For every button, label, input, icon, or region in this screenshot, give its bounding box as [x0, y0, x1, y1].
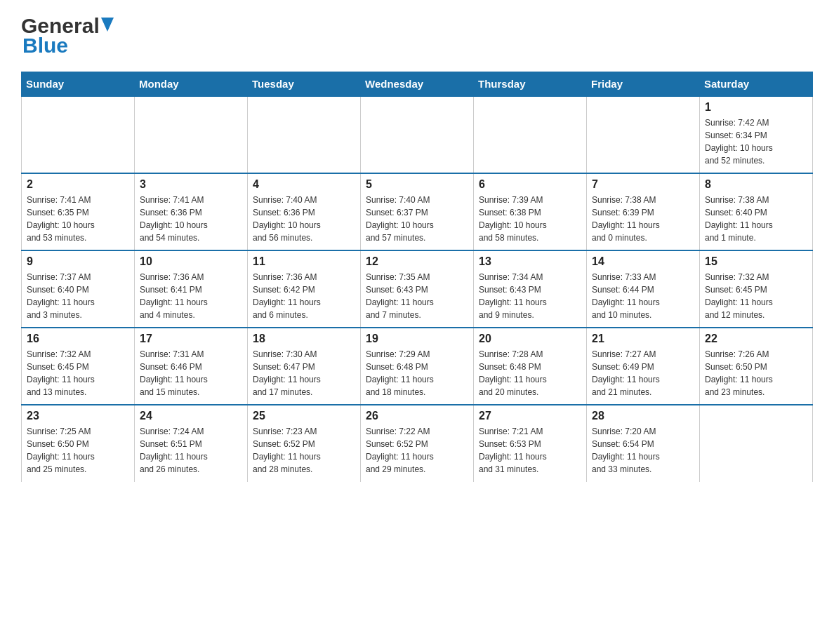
day-info: Sunrise: 7:30 AM Sunset: 6:47 PM Dayligh…	[253, 348, 355, 398]
day-number: 18	[253, 333, 355, 345]
day-info: Sunrise: 7:35 AM Sunset: 6:43 PM Dayligh…	[366, 271, 468, 321]
calendar-cell	[248, 96, 361, 173]
calendar-cell: 18Sunrise: 7:30 AM Sunset: 6:47 PM Dayli…	[248, 328, 361, 405]
day-number: 21	[592, 333, 694, 345]
day-number: 9	[27, 255, 129, 268]
calendar-cell	[700, 405, 813, 482]
calendar-cell: 20Sunrise: 7:28 AM Sunset: 6:48 PM Dayli…	[474, 328, 587, 405]
weekday-header-friday: Friday	[587, 72, 700, 97]
day-info: Sunrise: 7:41 AM Sunset: 6:35 PM Dayligh…	[27, 194, 129, 244]
calendar-cell: 22Sunrise: 7:26 AM Sunset: 6:50 PM Dayli…	[700, 328, 813, 405]
calendar-cell	[587, 96, 700, 173]
calendar-cell: 9Sunrise: 7:37 AM Sunset: 6:40 PM Daylig…	[22, 250, 135, 328]
calendar-cell: 7Sunrise: 7:38 AM Sunset: 6:39 PM Daylig…	[587, 173, 700, 250]
day-info: Sunrise: 7:24 AM Sunset: 6:51 PM Dayligh…	[140, 425, 242, 476]
svg-marker-0	[101, 18, 114, 32]
day-number: 27	[479, 410, 581, 422]
day-number: 8	[705, 178, 807, 191]
day-info: Sunrise: 7:21 AM Sunset: 6:53 PM Dayligh…	[479, 425, 581, 476]
day-info: Sunrise: 7:37 AM Sunset: 6:40 PM Dayligh…	[27, 271, 129, 321]
logo: General Blue	[21, 14, 114, 58]
day-number: 12	[366, 255, 468, 268]
calendar-cell: 21Sunrise: 7:27 AM Sunset: 6:49 PM Dayli…	[587, 328, 700, 405]
calendar-cell: 19Sunrise: 7:29 AM Sunset: 6:48 PM Dayli…	[361, 328, 474, 405]
day-info: Sunrise: 7:39 AM Sunset: 6:38 PM Dayligh…	[479, 194, 581, 244]
day-number: 24	[140, 410, 242, 422]
day-number: 19	[366, 333, 468, 345]
day-number: 26	[366, 410, 468, 422]
day-info: Sunrise: 7:32 AM Sunset: 6:45 PM Dayligh…	[705, 271, 807, 321]
day-number: 6	[479, 178, 581, 191]
day-number: 23	[27, 410, 129, 422]
calendar-cell: 25Sunrise: 7:23 AM Sunset: 6:52 PM Dayli…	[248, 405, 361, 482]
day-info: Sunrise: 7:36 AM Sunset: 6:41 PM Dayligh…	[140, 271, 242, 321]
day-number: 20	[479, 333, 581, 345]
calendar-cell	[474, 96, 587, 173]
calendar-cell: 2Sunrise: 7:41 AM Sunset: 6:35 PM Daylig…	[22, 173, 135, 250]
day-number: 17	[140, 333, 242, 345]
calendar-cell	[22, 96, 135, 173]
weekday-row: SundayMondayTuesdayWednesdayThursdayFrid…	[22, 72, 813, 97]
calendar-cell: 17Sunrise: 7:31 AM Sunset: 6:46 PM Dayli…	[135, 328, 248, 405]
weekday-header-thursday: Thursday	[474, 72, 587, 97]
calendar-cell	[361, 96, 474, 173]
logo-triangle-icon	[101, 18, 114, 32]
day-info: Sunrise: 7:34 AM Sunset: 6:43 PM Dayligh…	[479, 271, 581, 321]
day-info: Sunrise: 7:40 AM Sunset: 6:36 PM Dayligh…	[253, 194, 355, 244]
day-number: 15	[705, 255, 807, 268]
calendar-cell: 10Sunrise: 7:36 AM Sunset: 6:41 PM Dayli…	[135, 250, 248, 328]
calendar-week-row: 9Sunrise: 7:37 AM Sunset: 6:40 PM Daylig…	[22, 250, 813, 328]
day-number: 2	[27, 178, 129, 191]
day-number: 7	[592, 178, 694, 191]
day-info: Sunrise: 7:28 AM Sunset: 6:48 PM Dayligh…	[479, 348, 581, 398]
calendar-header: SundayMondayTuesdayWednesdayThursdayFrid…	[22, 72, 813, 97]
day-info: Sunrise: 7:22 AM Sunset: 6:52 PM Dayligh…	[366, 425, 468, 476]
day-info: Sunrise: 7:38 AM Sunset: 6:40 PM Dayligh…	[705, 194, 807, 244]
day-info: Sunrise: 7:29 AM Sunset: 6:48 PM Dayligh…	[366, 348, 468, 398]
day-number: 14	[592, 255, 694, 268]
calendar-cell: 11Sunrise: 7:36 AM Sunset: 6:42 PM Dayli…	[248, 250, 361, 328]
day-info: Sunrise: 7:20 AM Sunset: 6:54 PM Dayligh…	[592, 425, 694, 476]
day-info: Sunrise: 7:23 AM Sunset: 6:52 PM Dayligh…	[253, 425, 355, 476]
weekday-header-sunday: Sunday	[22, 72, 135, 97]
day-number: 4	[253, 178, 355, 191]
calendar-cell: 8Sunrise: 7:38 AM Sunset: 6:40 PM Daylig…	[700, 173, 813, 250]
calendar-cell: 3Sunrise: 7:41 AM Sunset: 6:36 PM Daylig…	[135, 173, 248, 250]
day-number: 5	[366, 178, 468, 191]
day-number: 1	[705, 101, 807, 114]
day-info: Sunrise: 7:33 AM Sunset: 6:44 PM Dayligh…	[592, 271, 694, 321]
calendar-cell: 16Sunrise: 7:32 AM Sunset: 6:45 PM Dayli…	[22, 328, 135, 405]
calendar-cell: 13Sunrise: 7:34 AM Sunset: 6:43 PM Dayli…	[474, 250, 587, 328]
day-info: Sunrise: 7:25 AM Sunset: 6:50 PM Dayligh…	[27, 425, 129, 476]
day-number: 22	[705, 333, 807, 345]
calendar-cell: 27Sunrise: 7:21 AM Sunset: 6:53 PM Dayli…	[474, 405, 587, 482]
calendar-week-row: 16Sunrise: 7:32 AM Sunset: 6:45 PM Dayli…	[22, 328, 813, 405]
calendar-cell: 28Sunrise: 7:20 AM Sunset: 6:54 PM Dayli…	[587, 405, 700, 482]
day-info: Sunrise: 7:41 AM Sunset: 6:36 PM Dayligh…	[140, 194, 242, 244]
calendar-week-row: 1Sunrise: 7:42 AM Sunset: 6:34 PM Daylig…	[22, 96, 813, 173]
weekday-header-saturday: Saturday	[700, 72, 813, 97]
day-number: 16	[27, 333, 129, 345]
calendar-cell: 6Sunrise: 7:39 AM Sunset: 6:38 PM Daylig…	[474, 173, 587, 250]
day-info: Sunrise: 7:38 AM Sunset: 6:39 PM Dayligh…	[592, 194, 694, 244]
day-info: Sunrise: 7:42 AM Sunset: 6:34 PM Dayligh…	[705, 116, 807, 167]
day-info: Sunrise: 7:40 AM Sunset: 6:37 PM Dayligh…	[366, 194, 468, 244]
logo-blue-text: Blue	[22, 34, 68, 58]
weekday-header-wednesday: Wednesday	[361, 72, 474, 97]
day-number: 28	[592, 410, 694, 422]
day-info: Sunrise: 7:36 AM Sunset: 6:42 PM Dayligh…	[253, 271, 355, 321]
weekday-header-tuesday: Tuesday	[248, 72, 361, 97]
calendar-cell: 1Sunrise: 7:42 AM Sunset: 6:34 PM Daylig…	[700, 96, 813, 173]
calendar-week-row: 23Sunrise: 7:25 AM Sunset: 6:50 PM Dayli…	[22, 405, 813, 482]
day-number: 13	[479, 255, 581, 268]
calendar-cell: 15Sunrise: 7:32 AM Sunset: 6:45 PM Dayli…	[700, 250, 813, 328]
day-number: 10	[140, 255, 242, 268]
page-header: General Blue	[21, 14, 813, 58]
day-number: 25	[253, 410, 355, 422]
calendar-table: SundayMondayTuesdayWednesdayThursdayFrid…	[21, 72, 813, 482]
calendar-cell: 4Sunrise: 7:40 AM Sunset: 6:36 PM Daylig…	[248, 173, 361, 250]
calendar-cell: 23Sunrise: 7:25 AM Sunset: 6:50 PM Dayli…	[22, 405, 135, 482]
day-info: Sunrise: 7:32 AM Sunset: 6:45 PM Dayligh…	[27, 348, 129, 398]
calendar-cell: 26Sunrise: 7:22 AM Sunset: 6:52 PM Dayli…	[361, 405, 474, 482]
calendar-body: 1Sunrise: 7:42 AM Sunset: 6:34 PM Daylig…	[22, 96, 813, 482]
